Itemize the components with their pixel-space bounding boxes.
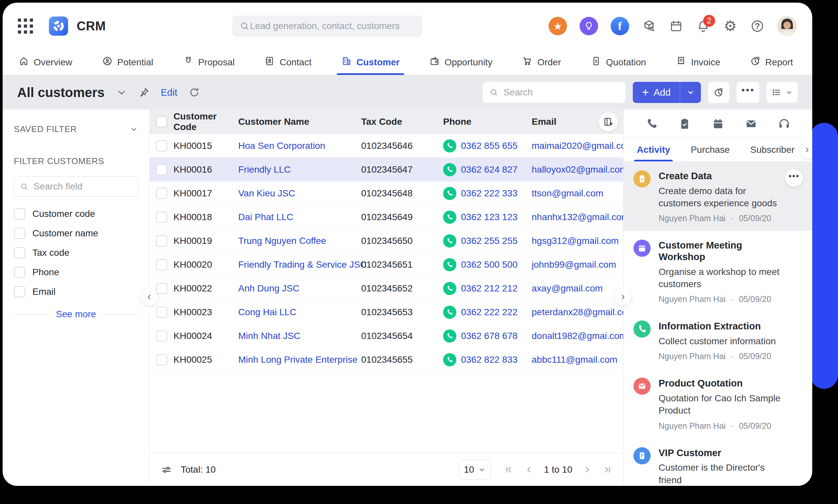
panel-tab[interactable]: Subscriber	[750, 138, 794, 161]
layout-switch-button[interactable]	[767, 82, 798, 103]
phone-number-link[interactable]: 0362 255 255	[461, 236, 517, 246]
phone-number-link[interactable]: 0362 222 333	[461, 188, 517, 199]
row-checkbox[interactable]	[156, 259, 167, 270]
customer-name-link[interactable]: Friendly Trading & Service JSC	[238, 259, 367, 270]
collapse-panel-button[interactable]	[614, 288, 631, 306]
checkbox[interactable]	[14, 208, 25, 219]
clipboard-check-icon[interactable]	[677, 116, 692, 131]
checkbox[interactable]	[14, 267, 25, 278]
saved-filter-section[interactable]: SAVED FILTER	[14, 124, 138, 134]
column-header-tax-code[interactable]: Tax Code	[361, 116, 443, 127]
phone-call-icon[interactable]	[443, 282, 456, 295]
customer-name-link[interactable]: Hoa Sen Corporation	[238, 141, 325, 151]
last-page-button[interactable]	[602, 465, 612, 475]
filter-checkbox-item[interactable]: Customer name	[14, 228, 138, 239]
add-dropdown-button[interactable]	[680, 82, 701, 103]
calendar-icon[interactable]	[711, 116, 726, 131]
phone-number-link[interactable]: 0362 624 827	[461, 164, 517, 175]
favorites-star-icon[interactable]: ★	[549, 17, 567, 35]
customer-name-link[interactable]: Anh Dung JSC	[238, 283, 300, 293]
add-button[interactable]: + Add	[633, 82, 680, 103]
phone-call-icon[interactable]	[443, 139, 456, 152]
more-actions-button[interactable]: •••	[737, 82, 759, 103]
filter-checkbox-item[interactable]: Phone	[14, 266, 138, 278]
customer-name-link[interactable]: Trung Nguyen Coffee	[238, 236, 326, 246]
checkbox[interactable]	[14, 247, 25, 258]
column-header-phone[interactable]: Phone	[443, 116, 532, 127]
phone-number-link[interactable]: 0362 855 655	[461, 141, 517, 151]
user-avatar[interactable]	[777, 16, 797, 36]
phone-call-icon[interactable]	[443, 211, 456, 224]
see-more-link[interactable]: See more	[56, 309, 96, 320]
table-row[interactable]: KH00023 Cong Hai LLC 0102345653 0362 222…	[150, 300, 623, 324]
add-column-button[interactable]	[599, 112, 618, 131]
activity-item[interactable]: VIP Customer Customer is the Director's …	[623, 439, 812, 486]
table-row[interactable]: KH00020 Friendly Trading & Service JSC 0…	[150, 253, 623, 276]
first-page-button[interactable]	[504, 465, 514, 475]
table-row[interactable]: KH00017 Van Kieu JSC 0102345648 0362 222…	[150, 182, 623, 205]
email-link[interactable]: abbc111@gmail.com	[532, 355, 617, 365]
calendar-icon[interactable]	[669, 19, 683, 33]
help-icon[interactable]: ?	[750, 19, 765, 33]
edit-view-button[interactable]: Edit	[161, 87, 177, 98]
email-link[interactable]: donalt1982@gmai.com	[532, 331, 627, 341]
field-search-input[interactable]	[33, 181, 132, 192]
email-link[interactable]: halloyox02@gmail.com	[532, 164, 628, 175]
checkbox[interactable]	[14, 286, 25, 298]
prev-page-button[interactable]	[524, 465, 534, 475]
notifications-bell-icon[interactable]: 2	[696, 19, 711, 33]
crm-logo-icon[interactable]	[49, 17, 68, 36]
headset-icon[interactable]	[776, 116, 792, 131]
nav-tab[interactable]: Overview	[16, 50, 75, 75]
table-row[interactable]: KH00015 Hoa Sen Corporation 0102345646 0…	[150, 134, 623, 158]
collapse-sidebar-button[interactable]	[141, 288, 158, 306]
customer-name-link[interactable]: Van Kieu JSC	[238, 188, 295, 198]
phone-call-icon[interactable]	[443, 306, 456, 319]
nav-tab[interactable]: $ Quotation	[588, 50, 649, 75]
email-link[interactable]: nhanhx132@gmail.com	[532, 212, 629, 222]
facebook-icon[interactable]: f	[611, 17, 629, 35]
row-checkbox[interactable]	[156, 164, 167, 175]
table-settings-icon[interactable]	[161, 464, 172, 475]
activity-item[interactable]: Customer Meeting Workshop Organise a wor…	[623, 231, 812, 312]
phone-call-icon[interactable]	[443, 258, 456, 271]
select-all-checkbox[interactable]	[156, 116, 167, 127]
phone-number-link[interactable]: 0362 123 123	[461, 212, 517, 222]
nav-tab[interactable]: Order	[519, 50, 564, 75]
phone-number-link[interactable]: 0362 222 222	[461, 307, 517, 318]
customer-name-link[interactable]: Friendly LLC	[238, 164, 291, 175]
chart-view-button[interactable]	[708, 82, 729, 103]
filter-checkbox-item[interactable]: Tax code	[14, 247, 138, 259]
email-link[interactable]: axay@gmail.com	[532, 283, 603, 293]
table-search[interactable]	[483, 82, 626, 103]
email-link[interactable]: hgsg312@gmail.com	[532, 236, 619, 246]
settings-gear-icon[interactable]: ⚙	[723, 19, 738, 33]
row-checkbox[interactable]	[156, 307, 167, 318]
nav-tab[interactable]: Report	[748, 50, 796, 75]
email-link[interactable]: johnb99@gmail.com	[532, 259, 616, 270]
page-size-select[interactable]: 10	[459, 460, 491, 480]
global-search[interactable]	[232, 16, 422, 37]
next-page-button[interactable]	[582, 465, 592, 475]
table-row[interactable]: KH00025 Minh Long Private Enterprise 010…	[150, 348, 623, 372]
customer-name-link[interactable]: Minh Long Private Enterprise	[238, 355, 358, 365]
phone-call-icon[interactable]	[443, 353, 456, 366]
table-row[interactable]: KH00022 Anh Dung JSC 0102345652 0362 212…	[150, 276, 623, 300]
field-search[interactable]	[14, 176, 138, 197]
column-header-customer-name[interactable]: Customer Name	[238, 116, 361, 127]
customer-name-link[interactable]: Cong Hai LLC	[238, 307, 296, 317]
nav-tab[interactable]: Opportunity	[427, 50, 495, 75]
product-search-icon[interactable]	[642, 19, 656, 33]
filter-checkbox-item[interactable]: Customer code	[14, 208, 138, 220]
nav-tab[interactable]: Proposal	[181, 50, 238, 75]
table-row[interactable]: KH00019 Trung Nguyen Coffee 0102345650 0…	[150, 229, 623, 253]
nav-tab[interactable]: Customer	[339, 50, 403, 75]
panel-tab[interactable]: Activity	[637, 138, 670, 161]
email-link[interactable]: ttson@gmail.com	[532, 188, 603, 198]
row-checkbox[interactable]	[156, 212, 167, 223]
global-search-input[interactable]	[250, 20, 415, 32]
email-link[interactable]: peterdanx28@gmail.com	[532, 307, 635, 317]
view-dropdown-chevron-icon[interactable]	[116, 87, 127, 98]
table-search-input[interactable]	[503, 87, 619, 98]
customer-name-link[interactable]: Dai Phat LLC	[238, 212, 293, 222]
